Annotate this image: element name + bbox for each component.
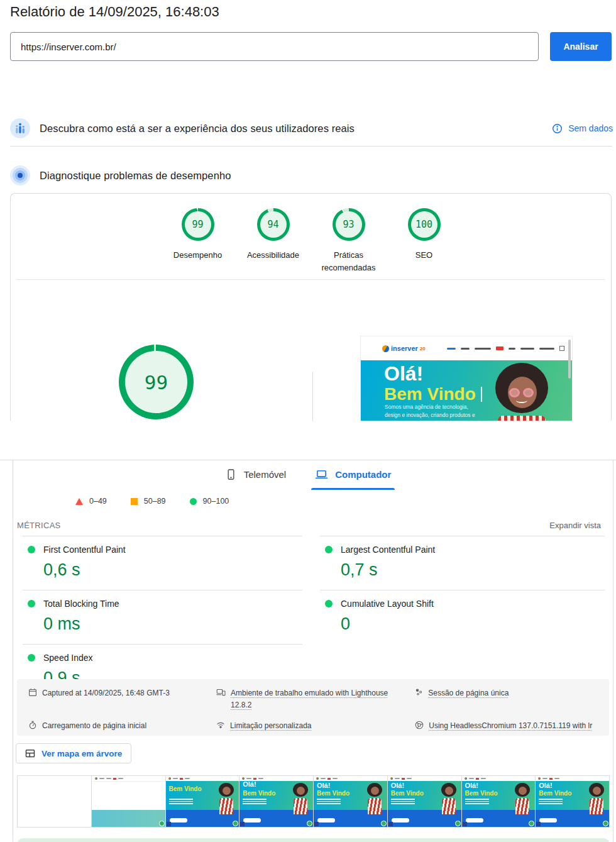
big-performance-gauge[interactable]: 99 bbox=[119, 345, 194, 419]
tab-desktop[interactable]: Computador bbox=[315, 468, 391, 490]
green-dot-icon bbox=[325, 546, 333, 553]
legend-average: 50–89 bbox=[131, 497, 166, 506]
filmstrip-frame-5: Olá! Bem Vindo bbox=[313, 775, 388, 828]
lighthouse-panel: 99 Desempenho 94 Acessibilidade 93 Práti… bbox=[10, 193, 612, 421]
device-tabs: Telemóvel Computador bbox=[0, 468, 616, 490]
orange-square-icon bbox=[131, 498, 138, 505]
vertical-divider bbox=[312, 372, 313, 421]
expand-view-link[interactable]: Expandir vista bbox=[549, 521, 601, 530]
diagnose-heading: Diagnostique problemas de desempenho bbox=[40, 170, 231, 182]
env-initial-load: Carregamento de página inicial bbox=[28, 720, 207, 732]
tab-mobile[interactable]: Telemóvel bbox=[225, 468, 287, 490]
filmstrip-frame-1 bbox=[17, 775, 92, 828]
filmstrip-frame-2 bbox=[91, 775, 166, 828]
filmstrip-frame-6: Olá! Bem Vindo bbox=[387, 775, 462, 828]
legend-pass: 90–100 bbox=[190, 497, 229, 506]
field-data-row: Descubra como está a ser a experiência d… bbox=[10, 117, 613, 140]
metric-lcp: Largest Contentful Paint 0,7 s bbox=[320, 536, 605, 590]
metric-lcp-value: 0,7 s bbox=[341, 560, 605, 580]
metric-tbt: Total Blocking Time 0 ms bbox=[23, 590, 302, 645]
env-captured: Captured at 14/09/2025, 16:48 GMT-3 bbox=[28, 687, 207, 711]
diagnose-icon bbox=[10, 165, 30, 186]
metric-fcp-value: 0,6 s bbox=[43, 560, 302, 580]
page-title: Relatório de 14/09/2025, 16:48:03 bbox=[10, 4, 219, 20]
green-dot-icon bbox=[28, 600, 35, 607]
calendar-icon bbox=[28, 688, 37, 697]
check-badge-icon bbox=[381, 821, 387, 826]
filmstrip: Bem Vindo Olá! Bem Vindo bbox=[17, 775, 610, 828]
check-badge-icon bbox=[603, 821, 608, 826]
category-gauges: 99 Desempenho 94 Acessibilidade 93 Práti… bbox=[11, 208, 611, 274]
metrics-column-right: Largest Contentful Paint 0,7 s Cumulativ… bbox=[320, 536, 605, 644]
environment-box: Captured at 14/09/2025, 16:48 GMT-3 Ambi… bbox=[17, 679, 609, 736]
check-badge-icon bbox=[307, 821, 312, 826]
metric-cls-value: 0 bbox=[341, 614, 605, 634]
legend-fail: 0–49 bbox=[75, 497, 107, 506]
laptop-icon bbox=[315, 468, 328, 480]
treemap-button[interactable]: Ver mapa em árvore bbox=[16, 743, 131, 763]
phone-icon bbox=[225, 468, 237, 480]
site-nav-bars bbox=[447, 346, 564, 351]
preview-site-header: inserver20 bbox=[361, 336, 572, 360]
panel-divider bbox=[16, 279, 605, 280]
green-circle-icon bbox=[190, 498, 197, 505]
filmstrip-frame-4: Olá! Bem Vindo bbox=[239, 775, 314, 828]
big-performance-score: 99 bbox=[125, 351, 187, 413]
performance-score: 99 bbox=[185, 211, 211, 238]
users-experience-icon bbox=[10, 118, 30, 138]
diagnose-row: Diagnostique problemas de desempenho bbox=[10, 165, 613, 186]
metric-cls: Cumulative Layout Shift 0 bbox=[320, 590, 605, 644]
green-dot-icon bbox=[28, 546, 35, 553]
site-logo: inserver20 bbox=[382, 345, 426, 352]
score-legend: 0–49 50–89 90–100 bbox=[75, 497, 229, 506]
performance-banner-top bbox=[17, 838, 610, 842]
seo-label: SEO bbox=[387, 249, 462, 262]
env-emulated: Ambiente de trabalho emulado with Lighth… bbox=[216, 687, 406, 711]
field-data-heading: Descubra como está a ser a experiência d… bbox=[40, 123, 355, 135]
hero-person-photo bbox=[485, 363, 554, 421]
filmstrip-frame-7: Olá! Bem Vindo bbox=[461, 775, 536, 828]
performance-label: Desempenho bbox=[160, 249, 236, 262]
gauge-performance[interactable]: 99 Desempenho bbox=[160, 208, 236, 274]
stopwatch-icon bbox=[28, 721, 37, 729]
filmstrip-frame-8: Olá! Bem Vindo bbox=[535, 775, 610, 828]
seo-score: 100 bbox=[411, 211, 437, 238]
red-triangle-icon bbox=[75, 498, 83, 505]
check-badge-icon bbox=[159, 821, 165, 826]
analyze-button[interactable]: Analisar bbox=[550, 32, 612, 61]
site-screenshot-preview[interactable]: inserver20 Olá! Bem Vindo Somos uma agên… bbox=[360, 336, 573, 421]
session-icon bbox=[415, 688, 423, 696]
preview-scrollbar[interactable] bbox=[568, 340, 571, 379]
green-dot-icon bbox=[325, 600, 333, 607]
env-browser: Using HeadlessChromium 137.0.7151.119 wi… bbox=[415, 720, 598, 732]
wifi-icon bbox=[216, 721, 225, 729]
section-divider bbox=[10, 146, 612, 147]
hero-line2: Bem Vindo bbox=[384, 385, 476, 404]
metric-fcp: First Contentful Paint 0,6 s bbox=[23, 536, 302, 590]
gauge-best-practices[interactable]: 93 Práticas recomendadas bbox=[311, 208, 387, 274]
env-session: Sessão de página única bbox=[415, 687, 598, 711]
hero-body-text: Somos uma agência de tecnologia, design … bbox=[385, 403, 475, 419]
env-throttling: Limitação personalizada bbox=[216, 720, 406, 732]
preview-hero: Olá! Bem Vindo Somos uma agência de tecn… bbox=[361, 360, 572, 421]
pagespeed-report: Relatório de 14/09/2025, 16:48:03 Analis… bbox=[0, 0, 616, 842]
filmstrip-frame-3: Bem Vindo bbox=[165, 775, 240, 828]
treemap-icon bbox=[25, 748, 35, 758]
gauge-accessibility[interactable]: 94 Acessibilidade bbox=[236, 208, 311, 274]
url-input[interactable] bbox=[10, 32, 539, 61]
accessibility-label: Acessibilidade bbox=[236, 249, 311, 262]
best-practices-score: 93 bbox=[336, 211, 362, 238]
gauge-seo[interactable]: 100 SEO bbox=[387, 208, 462, 274]
metrics-column-left: First Contentful Paint 0,6 s Total Block… bbox=[23, 536, 302, 698]
site-logo-icon bbox=[382, 345, 389, 352]
metrics-heading: MÉTRICAS bbox=[17, 521, 61, 530]
devices-icon bbox=[216, 688, 226, 697]
accessibility-score: 94 bbox=[260, 211, 287, 238]
info-icon[interactable] bbox=[552, 123, 563, 134]
metric-tbt-value: 0 ms bbox=[43, 614, 302, 634]
no-data-link[interactable]: Sem dados bbox=[568, 123, 613, 133]
best-practices-label: Práticas recomendadas bbox=[311, 249, 387, 274]
chrome-icon bbox=[415, 721, 424, 729]
check-badge-icon bbox=[455, 821, 461, 826]
green-dot-icon bbox=[28, 654, 35, 662]
